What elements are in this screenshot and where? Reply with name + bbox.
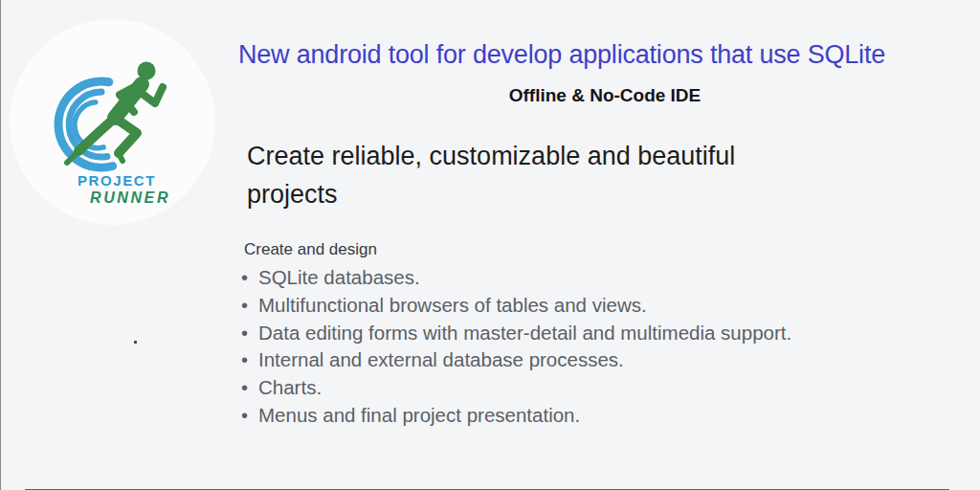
stray-period-dot [134, 341, 137, 344]
main-heading: Create reliable, customizable and beauti… [247, 137, 831, 213]
feature-list: • SQLite databases. • Multifunctional br… [241, 265, 911, 431]
list-item: • Multifunctional browsers of tables and… [241, 293, 911, 321]
feature-text: Charts. [258, 375, 322, 400]
feature-list-intro: Create and design [244, 240, 377, 259]
list-item: • Charts. [241, 375, 911, 403]
list-item: • Menus and final project presentation. [241, 403, 911, 431]
bullet-dot: • [241, 375, 258, 400]
bullet-dot: • [241, 321, 258, 345]
bullet-dot: • [241, 403, 258, 428]
feature-text: SQLite databases. [258, 265, 420, 290]
project-runner-logo: PROJECT RUNNER [0, 0, 234, 239]
page-title: New android tool for develop application… [238, 38, 980, 71]
list-item: • Data editing forms with master-detail … [241, 321, 911, 348]
list-item: • Internal and external database process… [241, 347, 911, 375]
feature-text: Menus and final project presentation. [258, 403, 580, 428]
feature-text: Multifunctional browsers of tables and v… [258, 293, 647, 318]
feature-text: Internal and external database processes… [258, 347, 624, 372]
bullet-dot: • [241, 265, 258, 290]
logo-project-text: PROJECT [78, 172, 156, 189]
bullet-dot: • [241, 347, 258, 372]
logo-runner-text: RUNNER [90, 189, 170, 207]
feature-text: Data editing forms with master-detail an… [258, 321, 791, 345]
list-item: • SQLite databases. [241, 265, 911, 293]
bullet-dot: • [241, 293, 258, 318]
page-subtitle: Offline & No-Code IDE [230, 85, 980, 106]
